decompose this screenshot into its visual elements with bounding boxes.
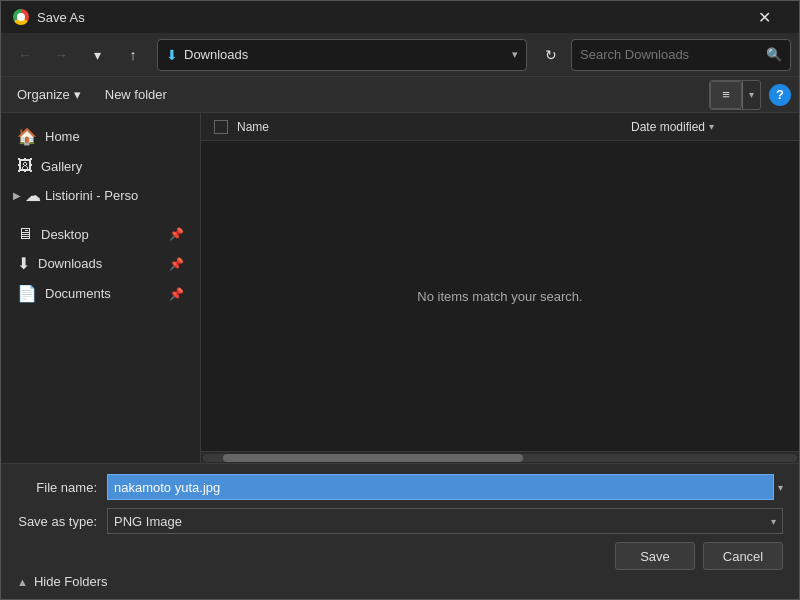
filename-row: File name: ▾ (17, 474, 783, 500)
secondary-toolbar: Organize ▾ New folder ≡ ▾ ? (1, 77, 799, 113)
documents-icon: 📄 (17, 284, 37, 303)
select-all-checkbox-area[interactable] (209, 120, 233, 134)
chrome-icon (13, 9, 29, 25)
scrollbar-track (203, 454, 797, 462)
empty-message-text: No items match your search. (417, 289, 582, 304)
save-button[interactable]: Save (615, 542, 695, 570)
dialog-title: Save As (37, 10, 85, 25)
sidebar-item-listiorini[interactable]: ▶ ☁ Listiorini - Perso (5, 181, 196, 210)
address-toolbar: ← → ▾ ↑ ⬇ Downloads ▾ ↻ 🔍 (1, 33, 799, 77)
scrollbar-thumb (223, 454, 523, 462)
organize-label: Organize (17, 87, 70, 102)
filename-label: File name: (17, 480, 107, 495)
file-area: Name Date modified ▾ No items match your… (201, 113, 799, 463)
title-bar-left: Save As (13, 9, 85, 25)
view-dropdown-button[interactable]: ▾ (742, 81, 760, 109)
hide-folders-row[interactable]: ▲ Hide Folders (17, 574, 783, 589)
cloud-icon: ☁ (25, 186, 41, 205)
sidebar-documents-label: Documents (45, 286, 111, 301)
listiorini-chevron-icon: ▶ (13, 190, 21, 201)
refresh-button[interactable]: ↻ (535, 39, 567, 71)
gallery-icon: 🖼 (17, 157, 33, 175)
help-button[interactable]: ? (769, 84, 791, 106)
sidebar-downloads-label: Downloads (38, 256, 102, 271)
save-as-dialog: Save As ✕ ← → ▾ ↑ ⬇ Downloads ▾ ↻ 🔍 Orga… (0, 0, 800, 600)
sort-icon: ▾ (709, 121, 714, 132)
dropdown-button[interactable]: ▾ (81, 39, 113, 71)
horizontal-scrollbar[interactable] (201, 451, 799, 463)
documents-pin-icon: 📌 (169, 287, 184, 301)
address-path: Downloads (184, 47, 506, 62)
sidebar-home-label: Home (45, 129, 80, 144)
desktop-pin-icon: 📌 (169, 227, 184, 241)
view-mode-button[interactable]: ≡ (710, 81, 742, 109)
cancel-button[interactable]: Cancel (703, 542, 783, 570)
address-download-icon: ⬇ (166, 47, 178, 63)
hide-folders-chevron-icon: ▲ (17, 576, 28, 588)
select-all-checkbox[interactable] (214, 120, 228, 134)
column-header: Name Date modified ▾ (201, 113, 799, 141)
sidebar-item-home[interactable]: 🏠 Home (5, 122, 196, 151)
savetype-value: PNG Image (114, 514, 182, 529)
forward-button[interactable]: → (45, 39, 77, 71)
sidebar-listiorini-label: Listiorini - Perso (45, 188, 138, 203)
back-button[interactable]: ← (9, 39, 41, 71)
organize-button[interactable]: Organize ▾ (9, 83, 89, 106)
sidebar-item-gallery[interactable]: 🖼 Gallery (5, 152, 196, 180)
search-icon: 🔍 (766, 47, 782, 62)
search-box: 🔍 (571, 39, 791, 71)
filename-input[interactable] (107, 474, 774, 500)
downloads-icon: ⬇ (17, 254, 30, 273)
column-date-header[interactable]: Date modified ▾ (631, 120, 791, 134)
address-chevron-icon: ▾ (512, 48, 518, 61)
address-bar[interactable]: ⬇ Downloads ▾ (157, 39, 527, 71)
savetype-select[interactable]: PNG Image ▾ (107, 508, 783, 534)
sidebar-item-documents[interactable]: 📄 Documents 📌 (5, 279, 196, 308)
sidebar-desktop-label: Desktop (41, 227, 89, 242)
organize-chevron-icon: ▾ (74, 87, 81, 102)
button-row: Save Cancel (17, 542, 783, 570)
main-area: 🏠 Home 🖼 Gallery ▶ ☁ Listiorini - Perso … (1, 113, 799, 463)
filename-chevron-icon: ▾ (778, 482, 783, 493)
sidebar-gallery-label: Gallery (41, 159, 82, 174)
savetype-row: Save as type: PNG Image ▾ (17, 508, 783, 534)
date-modified-label: Date modified (631, 120, 705, 134)
search-input[interactable] (580, 47, 760, 62)
empty-message: No items match your search. (201, 141, 799, 451)
close-button[interactable]: ✕ (741, 1, 787, 33)
title-bar: Save As ✕ (1, 1, 799, 33)
desktop-icon: 🖥 (17, 225, 33, 243)
hide-folders-label: Hide Folders (34, 574, 108, 589)
sidebar: 🏠 Home 🖼 Gallery ▶ ☁ Listiorini - Perso … (1, 113, 201, 463)
savetype-chevron-icon: ▾ (771, 516, 776, 527)
view-options: ≡ ▾ (709, 80, 761, 110)
up-button[interactable]: ↑ (117, 39, 149, 71)
savetype-label: Save as type: (17, 514, 107, 529)
column-name-header[interactable]: Name (233, 120, 631, 134)
sidebar-item-desktop[interactable]: 🖥 Desktop 📌 (5, 220, 196, 248)
new-folder-button[interactable]: New folder (97, 83, 175, 106)
downloads-pin-icon: 📌 (169, 257, 184, 271)
bottom-area: File name: ▾ Save as type: PNG Image ▾ S… (1, 463, 799, 599)
sidebar-item-downloads[interactable]: ⬇ Downloads 📌 (5, 249, 196, 278)
home-icon: 🏠 (17, 127, 37, 146)
